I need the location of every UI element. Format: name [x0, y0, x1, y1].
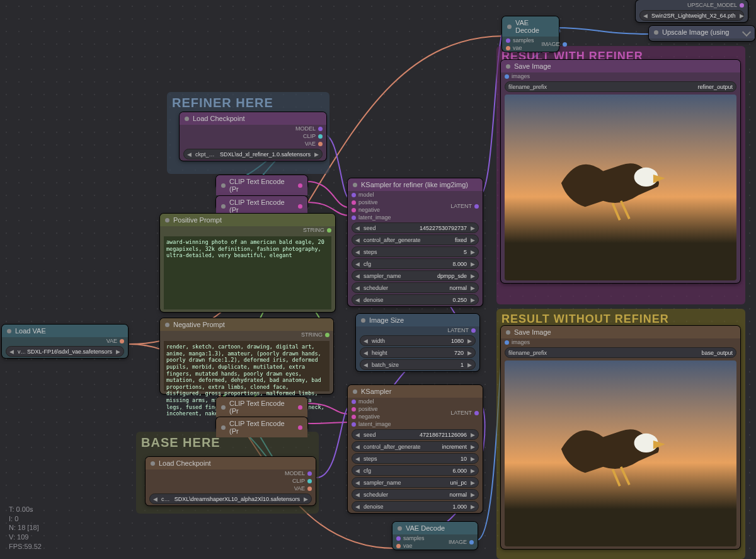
chevron-left-icon[interactable]: ◀ — [353, 249, 362, 255]
output-clip: CLIP — [303, 133, 316, 139]
field-seed[interactable]: ◀seed472186721126096▶ — [352, 429, 479, 440]
chevron-down-icon[interactable] — [742, 28, 751, 37]
field-scheduler[interactable]: ◀schedulernormal▶ — [352, 282, 479, 293]
input-negative: negative — [358, 413, 380, 420]
input-samples: samples — [513, 37, 534, 43]
chevron-right-icon[interactable]: ▶ — [469, 297, 477, 303]
chevron-right-icon[interactable]: ▶ — [469, 456, 477, 462]
output-image: IMAGE — [542, 41, 560, 47]
chevron-left-icon[interactable]: ◀ — [8, 349, 16, 355]
field-batch-size[interactable]: ◀batch_size1▶ — [360, 359, 476, 370]
chevron-right-icon[interactable]: ▶ — [469, 285, 477, 291]
chevron-right-icon[interactable]: ▶ — [469, 492, 477, 498]
chevron-right-icon[interactable]: ▶ — [469, 261, 477, 267]
chevron-right-icon[interactable]: ▶ — [469, 480, 477, 486]
chevron-left-icon[interactable]: ◀ — [151, 496, 159, 502]
chevron-right-icon[interactable]: ▶ — [466, 350, 474, 356]
field-height[interactable]: ◀height720▶ — [360, 347, 476, 358]
chevron-left-icon[interactable]: ◀ — [362, 362, 370, 368]
node-clip-encode-base-neg[interactable]: CLIP Text Encode (Pr — [216, 417, 307, 431]
chevron-left-icon[interactable]: ◀ — [641, 13, 650, 19]
output-string: STRING — [301, 331, 323, 338]
chevron-left-icon[interactable]: ◀ — [353, 273, 362, 279]
chevron-left-icon[interactable]: ◀ — [353, 444, 362, 450]
field-filename-prefix[interactable]: filename_prefixbase_output — [505, 347, 736, 358]
chevron-left-icon[interactable]: ◀ — [353, 285, 362, 291]
node-clip-encode-refiner-neg[interactable]: CLIP Text Encode (Pr — [216, 196, 307, 210]
field-denoise[interactable]: ◀denoise0.250▶ — [352, 294, 479, 305]
node-title: Positive Prompt — [173, 216, 222, 224]
chevron-left-icon[interactable]: ◀ — [353, 297, 362, 303]
field-ckpt-name[interactable]: ◀ckpt_namSDXL\dreamshaperXL10_alpha2Xl10… — [149, 493, 312, 504]
field-denoise[interactable]: ◀denoise1.000▶ — [352, 501, 479, 512]
chevron-left-icon[interactable]: ◀ — [353, 456, 362, 462]
node-title: CLIP Text Encode (Pr — [229, 199, 294, 214]
textarea-positive-prompt[interactable]: award-winning photo of an american bald … — [164, 236, 331, 309]
node-ksampler-base[interactable]: KSampler model positive negative latent_… — [348, 385, 483, 513]
chevron-right-icon[interactable]: ▶ — [114, 349, 122, 355]
node-image-size[interactable]: Image Size LATENT ◀width1080▶◀height720▶… — [356, 314, 479, 371]
field-control-after-generate[interactable]: ◀control_after_generatefixed▶ — [352, 234, 479, 245]
field-seed[interactable]: ◀seed145227530792737▶ — [352, 222, 479, 233]
chevron-right-icon[interactable]: ▶ — [466, 338, 474, 344]
chevron-left-icon[interactable]: ◀ — [353, 468, 362, 474]
node-save-image-base[interactable]: Save Image images filename_prefixbase_ou… — [501, 326, 740, 549]
chevron-right-icon[interactable]: ▶ — [469, 444, 477, 450]
chevron-right-icon[interactable]: ▶ — [469, 504, 477, 510]
chevron-right-icon[interactable]: ▶ — [466, 362, 474, 368]
node-title: CLIP Text Encode (Pr — [229, 400, 294, 415]
chevron-left-icon[interactable]: ◀ — [185, 151, 193, 158]
input-latent: latent_image — [358, 421, 391, 427]
field-model-name[interactable]: ◀Swin2SR_Lightweight_X2_64.pth▶ — [639, 10, 744, 21]
node-clip-encode-base-pos[interactable]: CLIP Text Encode (Pr — [216, 397, 307, 411]
chevron-left-icon[interactable]: ◀ — [353, 504, 362, 510]
field-sampler-name[interactable]: ◀sampler_nameuni_pc▶ — [352, 477, 479, 488]
chevron-left-icon[interactable]: ◀ — [353, 237, 362, 243]
node-upscale-image[interactable]: Upscale Image (using — [649, 26, 755, 41]
chevron-left-icon[interactable]: ◀ — [353, 261, 362, 267]
field-control-after-generate[interactable]: ◀control_after_generateincrement▶ — [352, 441, 479, 452]
node-positive-prompt[interactable]: Positive Prompt STRING award-winning pho… — [160, 214, 335, 312]
field-vae-name[interactable]: ◀vae_namSDXL-FP16\sdxl_vae.safetensors▶ — [6, 346, 124, 357]
chevron-right-icon[interactable]: ▶ — [469, 225, 477, 231]
chevron-right-icon[interactable]: ▶ — [312, 151, 321, 158]
node-vae-decode-base[interactable]: VAE Decode samples vae IMAGE — [392, 522, 478, 550]
node-title: KSampler — [361, 388, 391, 395]
field-ckpt-name[interactable]: ◀ckpt_nameSDXL\sd_xl_refiner_1.0.safeten… — [183, 149, 323, 159]
chevron-left-icon[interactable]: ◀ — [353, 225, 362, 231]
chevron-right-icon[interactable]: ▶ — [469, 468, 477, 474]
node-negative-prompt[interactable]: Negative Prompt STRING render, sketch, c… — [160, 318, 333, 394]
textarea-negative-prompt[interactable]: render, sketch, cartoon, drawing, digita… — [164, 341, 329, 391]
chevron-right-icon[interactable]: ▶ — [469, 273, 477, 279]
node-load-checkpoint-base[interactable]: Load Checkpoint MODEL CLIP VAE ◀ckpt_nam… — [146, 457, 316, 505]
node-save-image-refiner[interactable]: Save Image images filename_prefixrefiner… — [501, 60, 740, 283]
field-filename-prefix[interactable]: filename_prefixrefiner_output — [505, 81, 736, 92]
chevron-right-icon[interactable]: ▶ — [738, 13, 746, 19]
output-latent: LATENT — [447, 327, 469, 333]
output-clip: CLIP — [292, 478, 305, 484]
field-scheduler[interactable]: ◀schedulernormal▶ — [352, 489, 479, 500]
node-vae-decode-refiner[interactable]: VAE Decode samples vae IMAGE — [502, 16, 559, 52]
node-load-checkpoint-refiner[interactable]: Load Checkpoint MODEL CLIP VAE ◀ckpt_nam… — [180, 112, 326, 161]
chevron-right-icon[interactable]: ▶ — [469, 432, 477, 438]
field-width[interactable]: ◀width1080▶ — [360, 335, 476, 346]
chevron-left-icon[interactable]: ◀ — [362, 350, 370, 356]
node-ksampler-refiner[interactable]: KSampler for refiner (like img2img) mode… — [348, 178, 483, 306]
field-cfg[interactable]: ◀cfg8.000▶ — [352, 258, 479, 269]
field-steps[interactable]: ◀steps10▶ — [352, 453, 479, 464]
node-title: VAE Decode — [406, 524, 445, 532]
chevron-left-icon[interactable]: ◀ — [353, 480, 362, 486]
field-steps[interactable]: ◀steps5▶ — [352, 246, 479, 257]
chevron-right-icon[interactable]: ▶ — [302, 496, 310, 502]
chevron-right-icon[interactable]: ▶ — [469, 249, 477, 255]
chevron-right-icon[interactable]: ▶ — [469, 237, 477, 243]
node-load-vae[interactable]: Load VAE VAE ◀vae_namSDXL-FP16\sdxl_vae.… — [2, 325, 128, 358]
chevron-left-icon[interactable]: ◀ — [362, 338, 370, 344]
chevron-left-icon[interactable]: ◀ — [353, 492, 362, 498]
field-cfg[interactable]: ◀cfg6.000▶ — [352, 465, 479, 476]
node-upscale-model-loader[interactable]: UPSCALE_MODEL ◀Swin2SR_Lightweight_X2_64… — [636, 0, 748, 22]
field-sampler-name[interactable]: ◀sampler_namedpmpp_sde▶ — [352, 270, 479, 281]
chevron-left-icon[interactable]: ◀ — [353, 432, 362, 438]
output-vae: VAE — [106, 338, 117, 344]
node-clip-encode-refiner-pos[interactable]: CLIP Text Encode (Pr — [216, 175, 307, 189]
